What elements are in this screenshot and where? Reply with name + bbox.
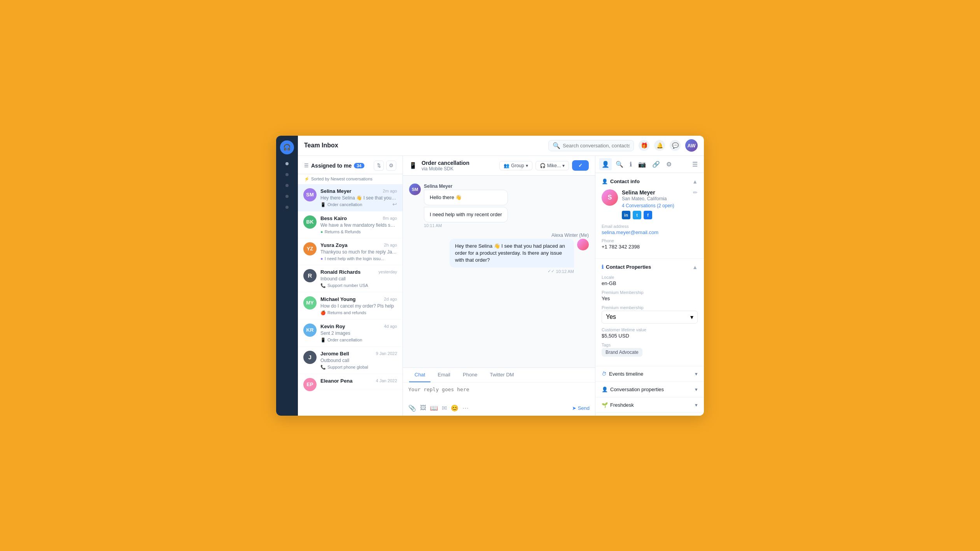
conv-time-6: 4d ago bbox=[384, 324, 397, 329]
conv-name-7: Jerome Bell bbox=[320, 351, 349, 357]
contact-info-collapse[interactable]: ▲ bbox=[692, 178, 698, 185]
send-button[interactable]: ➤ Send bbox=[572, 405, 590, 411]
filter-button[interactable]: ⚙ bbox=[386, 161, 396, 171]
phone-value[interactable]: +1 782 342 2398 bbox=[602, 244, 698, 250]
gift-icon[interactable]: 🎁 bbox=[639, 140, 649, 151]
conv-name-1: Selina Meyer bbox=[320, 188, 352, 194]
premium-select-value: Yes bbox=[606, 313, 616, 320]
right-tab-camera[interactable]: 📷 bbox=[636, 158, 648, 170]
conv-avatar-6: KR bbox=[303, 324, 317, 337]
right-tab-list[interactable]: ☰ bbox=[690, 158, 700, 170]
chat-header: 📱 Order cancellation via Mobile SDK 👥 Gr… bbox=[403, 156, 595, 176]
nav-logo[interactable]: 🎧 bbox=[280, 140, 294, 154]
conv-list-actions: ⇅ ⚙ bbox=[374, 161, 396, 171]
conv-properties-chevron-icon: ▾ bbox=[695, 387, 698, 392]
nav-item-2[interactable] bbox=[285, 173, 289, 176]
msg-time-1: 10:11 AM bbox=[424, 223, 508, 228]
prop-premium-select: Premium membership Yes ▾ bbox=[602, 305, 698, 324]
contact-conversations[interactable]: 4 Conversations (2 open) bbox=[622, 203, 689, 208]
conv-item-4[interactable]: R Ronald Richards yesterday Inbound call… bbox=[298, 265, 402, 292]
contact-properties-section: ℹ Contact Properties ▲ Locale en-GB Prem… bbox=[595, 259, 704, 366]
sort-button[interactable]: ⇅ bbox=[374, 161, 384, 171]
freshdesk-chevron-icon: ▾ bbox=[695, 402, 698, 408]
conv-avatar-1: SM bbox=[303, 188, 317, 201]
columns: ☰ Assigned to me 34 ⇅ ⚙ ⚡ Sorted by Newe… bbox=[298, 156, 704, 416]
email-value[interactable]: selina.meyer@email.com bbox=[602, 229, 698, 235]
tab-email[interactable]: Email bbox=[432, 368, 456, 382]
send-icon: ➤ bbox=[572, 405, 576, 411]
emoji-icon[interactable]: 😊 bbox=[451, 404, 458, 412]
right-tab-link[interactable]: 🔗 bbox=[650, 158, 662, 170]
sender-avatar-2 bbox=[577, 239, 589, 250]
nav-item-4[interactable] bbox=[285, 195, 289, 198]
image-icon[interactable]: 🖼 bbox=[420, 404, 426, 411]
email-field-section: Email address selina.meyer@email.com bbox=[602, 224, 698, 235]
resolve-button[interactable]: ✓ bbox=[572, 160, 589, 171]
linkedin-icon[interactable]: in bbox=[622, 211, 630, 219]
right-tab-contact[interactable]: 👤 bbox=[599, 158, 612, 170]
edit-contact-button[interactable]: ✏ bbox=[693, 189, 698, 196]
conv-item-1[interactable]: SM Selina Meyer 2m ago Hey there Selina … bbox=[298, 184, 402, 212]
group-label: Group bbox=[511, 163, 524, 168]
tab-chat[interactable]: Chat bbox=[409, 368, 430, 382]
group-dropdown[interactable]: 👥 Group ▾ bbox=[499, 161, 532, 170]
tab-twitter-dm[interactable]: Twitter DM bbox=[485, 368, 520, 382]
sorted-label: ⚡ Sorted by Newest conversations bbox=[298, 174, 402, 184]
contact-profile: S Selina Meyer San Mateo, California 4 C… bbox=[602, 189, 698, 219]
conv-item-6[interactable]: KR Kevin Roy 4d ago Sent 2 images 📱 Orde… bbox=[298, 320, 402, 347]
conv-tag-1: 📱 Order cancellation bbox=[320, 202, 397, 207]
conv-time-4: yesterday bbox=[378, 269, 397, 274]
conv-item-7[interactable]: J Jerome Bell 9 Jan 2022 Outbound call 📞… bbox=[298, 347, 402, 374]
right-tab-search[interactable]: 🔍 bbox=[613, 158, 626, 170]
attachment-icon[interactable]: 📎 bbox=[408, 404, 416, 412]
email-template-icon[interactable]: ✉ bbox=[442, 404, 447, 412]
more-icon[interactable]: ⋯ bbox=[462, 404, 469, 412]
events-chevron-icon: ▾ bbox=[695, 371, 698, 377]
msg-sender-name-1: Selina Meyer bbox=[424, 184, 508, 189]
article-icon[interactable]: 📖 bbox=[430, 404, 438, 412]
conv-avatar-4: R bbox=[303, 269, 317, 282]
nav-item-3[interactable] bbox=[285, 184, 289, 187]
prop-locale-value: en-GB bbox=[602, 280, 698, 286]
properties-collapse[interactable]: ▲ bbox=[692, 264, 698, 270]
right-tab-settings[interactable]: ⚙ bbox=[664, 158, 674, 170]
msg-bubbles-outgoing: Hey there Selina 👋 I see that you had pl… bbox=[450, 239, 574, 274]
facebook-icon[interactable]: f bbox=[644, 211, 652, 219]
conv-list-title: Assigned to me bbox=[311, 163, 352, 169]
sender-avatar-1: SM bbox=[409, 184, 421, 195]
user-avatar[interactable]: AW bbox=[685, 139, 698, 152]
nav-item-1[interactable] bbox=[285, 162, 289, 165]
conversation-properties-section[interactable]: 👤 Conversation properties ▾ bbox=[595, 382, 704, 397]
conv-item-content-1: Selina Meyer 2m ago Hey there Selina 👋 I… bbox=[320, 188, 397, 207]
freshdesk-section[interactable]: 🌱 Freshdesk ▾ bbox=[595, 397, 704, 413]
search-input[interactable] bbox=[563, 143, 630, 149]
msg-outgoing-1: Alexa Winter (Me) Hey there Selina 👋 I s… bbox=[409, 233, 589, 274]
conv-item-3[interactable]: YZ Yusra Zoya 2h ago Thankyou so much fo… bbox=[298, 238, 402, 265]
contact-details: Selina Meyer San Mateo, California 4 Con… bbox=[622, 189, 689, 219]
chevron-down-icon: ▾ bbox=[526, 163, 528, 168]
conv-preview-1: Hey there Selina 👋 I see that you had p.… bbox=[320, 195, 397, 201]
compose-input[interactable] bbox=[408, 387, 590, 401]
right-tab-info[interactable]: ℹ bbox=[627, 158, 634, 170]
assignee-dropdown[interactable]: 🎧 Mike... ▾ bbox=[536, 161, 569, 170]
contact-avatar: S bbox=[602, 189, 618, 206]
search-bar[interactable]: 🔍 bbox=[548, 140, 634, 151]
conv-avatar-2: BK bbox=[303, 215, 317, 229]
bell-icon[interactable]: 🔔 bbox=[654, 140, 665, 151]
conv-time-2: 8m ago bbox=[383, 216, 397, 220]
twitter-icon[interactable]: t bbox=[633, 211, 641, 219]
conv-item-2[interactable]: BK Bess Kairo 8m ago We have a few manda… bbox=[298, 212, 402, 238]
chat-bubble-icon[interactable]: 💬 bbox=[670, 140, 681, 151]
conv-time-7: 9 Jan 2022 bbox=[376, 351, 397, 356]
premium-select-control[interactable]: Yes ▾ bbox=[602, 311, 698, 324]
conv-tag-label-6: Order cancellation bbox=[327, 338, 362, 342]
conv-name-3: Yusra Zoya bbox=[320, 242, 347, 248]
contact-location: San Mateo, California bbox=[622, 196, 689, 201]
events-timeline-section[interactable]: ⏱ Events timeline ▾ bbox=[595, 366, 704, 382]
conv-properties-title: 👤 Conversation properties bbox=[602, 387, 664, 392]
nav-item-5[interactable] bbox=[285, 206, 289, 209]
conv-item-8[interactable]: EP Eleanor Pena 4 Jan 2022 bbox=[298, 374, 402, 389]
properties-header: ℹ Contact Properties ▲ bbox=[602, 264, 698, 270]
tab-phone[interactable]: Phone bbox=[457, 368, 483, 382]
conv-item-5[interactable]: MY Michael Young 2d ago How do I cancel … bbox=[298, 292, 402, 320]
